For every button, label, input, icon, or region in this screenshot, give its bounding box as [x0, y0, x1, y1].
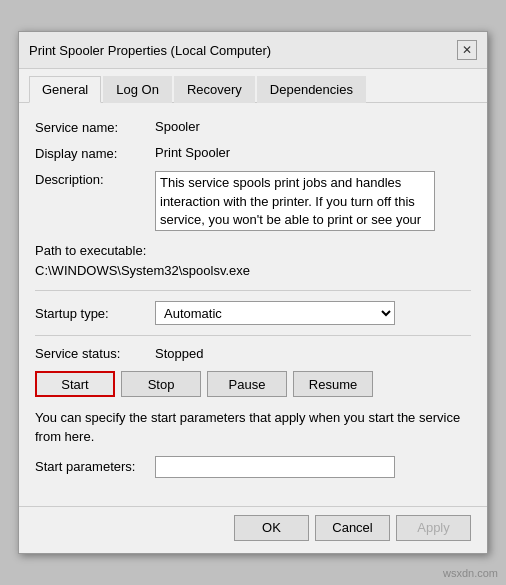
resume-button[interactable]: Resume — [293, 371, 373, 397]
tab-recovery[interactable]: Recovery — [174, 76, 255, 103]
apply-button[interactable]: Apply — [396, 515, 471, 541]
main-window: Print Spooler Properties (Local Computer… — [18, 31, 488, 553]
close-button[interactable]: ✕ — [457, 40, 477, 60]
startup-type-wrapper: Automatic Automatic (Delayed Start) Manu… — [155, 301, 395, 325]
ok-button[interactable]: OK — [234, 515, 309, 541]
bottom-buttons: OK Cancel Apply — [19, 506, 487, 553]
service-status-value: Stopped — [155, 346, 203, 361]
tab-dependencies[interactable]: Dependencies — [257, 76, 366, 103]
service-name-label: Service name: — [35, 119, 155, 135]
startup-type-label: Startup type: — [35, 306, 155, 321]
stop-button[interactable]: Stop — [121, 371, 201, 397]
start-params-label: Start parameters: — [35, 459, 155, 474]
description-label: Description: — [35, 171, 155, 187]
divider-2 — [35, 335, 471, 336]
service-status-row: Service status: Stopped — [35, 346, 471, 361]
startup-type-row: Startup type: Automatic Automatic (Delay… — [35, 301, 471, 325]
start-button[interactable]: Start — [35, 371, 115, 397]
tab-logon[interactable]: Log On — [103, 76, 172, 103]
divider-1 — [35, 290, 471, 291]
service-button-row: Start Stop Pause Resume — [35, 371, 471, 397]
description-box: This service spools print jobs and handl… — [155, 171, 435, 231]
title-bar: Print Spooler Properties (Local Computer… — [19, 32, 487, 69]
start-params-row: Start parameters: — [35, 456, 471, 478]
display-name-label: Display name: — [35, 145, 155, 161]
service-status-label: Service status: — [35, 346, 155, 361]
service-name-row: Service name: Spooler — [35, 119, 471, 135]
tab-general[interactable]: General — [29, 76, 101, 103]
startup-type-select[interactable]: Automatic Automatic (Delayed Start) Manu… — [155, 301, 395, 325]
watermark: wsxdn.com — [443, 567, 498, 579]
pause-button[interactable]: Pause — [207, 371, 287, 397]
tab-bar: General Log On Recovery Dependencies — [19, 69, 487, 103]
cancel-button[interactable]: Cancel — [315, 515, 390, 541]
main-content: Service name: Spooler Display name: Prin… — [19, 103, 487, 505]
service-name-value: Spooler — [155, 119, 200, 134]
start-params-input[interactable] — [155, 456, 395, 478]
display-name-value: Print Spooler — [155, 145, 230, 160]
description-row: Description: This service spools print j… — [35, 171, 471, 231]
path-value: C:\WINDOWS\System32\spoolsv.exe — [35, 263, 250, 278]
window-title: Print Spooler Properties (Local Computer… — [29, 43, 271, 58]
info-text: You can specify the start parameters tha… — [35, 409, 471, 445]
path-section: Path to executable: C:\WINDOWS\System32\… — [35, 241, 471, 280]
path-label: Path to executable: — [35, 243, 146, 258]
display-name-row: Display name: Print Spooler — [35, 145, 471, 161]
description-text: This service spools print jobs and handl… — [160, 175, 421, 231]
